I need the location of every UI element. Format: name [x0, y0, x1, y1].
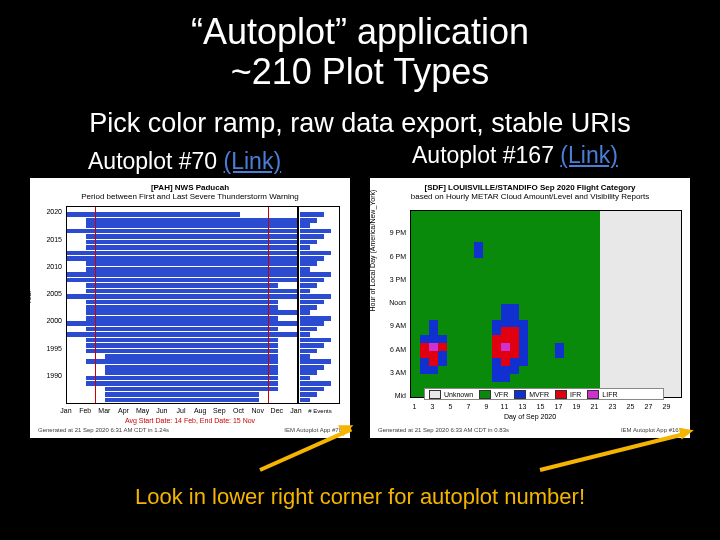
slide-title: “Autoplot” application ~210 Plot Types: [0, 12, 720, 91]
chart167-footer-right: IEM Autoplot App #167: [621, 427, 682, 433]
title-line-2: ~210 Plot Types: [231, 51, 490, 92]
left-chart-label: Autoplot #70 (Link): [88, 148, 281, 175]
chart70-side-histogram: [298, 206, 340, 404]
autoplot-167-link[interactable]: (Link): [560, 142, 618, 168]
chart167-xlabel: Day of Sep 2020: [374, 413, 686, 420]
chart70-side-xlabel: # Events: [300, 408, 340, 414]
callout-text: Look in lower right corner for autoplot …: [0, 484, 720, 510]
right-chart-label: Autoplot #167 (Link): [412, 142, 618, 169]
slide-subtitle: Pick color ramp, raw data export, stable…: [0, 108, 720, 139]
title-line-1: “Autoplot” application: [191, 11, 529, 52]
chart167-ylabel: Hour of Local Day (America/New_York): [369, 190, 376, 312]
chart70-ylabel: Year: [25, 290, 32, 304]
autoplot-167-chart: [SDF] LOUISVILLE/STANDIFO Sep 2020 Fligh…: [370, 178, 690, 438]
chart167-legend: UnknownVFRMVFRIFRLIFR: [424, 388, 664, 400]
chart167-title: [SDF] LOUISVILLE/STANDIFO Sep 2020 Fligh…: [374, 184, 686, 202]
chart70-footer-right: IEM Autoplot App #70: [284, 427, 342, 433]
chart70-footer-red: Avg Start Date: 14 Feb, End Date: 15 Nov: [34, 417, 346, 424]
chart70-plot-area: [66, 206, 298, 404]
autoplot-70-chart: [PAH] NWS Paducah Period between First a…: [30, 178, 350, 438]
chart167-plot-area: [410, 210, 682, 398]
chart70-footer-left: Generated at 21 Sep 2020 6:31 AM CDT in …: [38, 427, 169, 433]
arrow-right-head: [679, 424, 695, 439]
chart70-title: [PAH] NWS Paducah Period between First a…: [34, 184, 346, 202]
autoplot-70-link[interactable]: (Link): [224, 148, 282, 174]
chart167-footer-left: Generated at 21 Sep 2020 6:33 AM CDT in …: [378, 427, 509, 433]
